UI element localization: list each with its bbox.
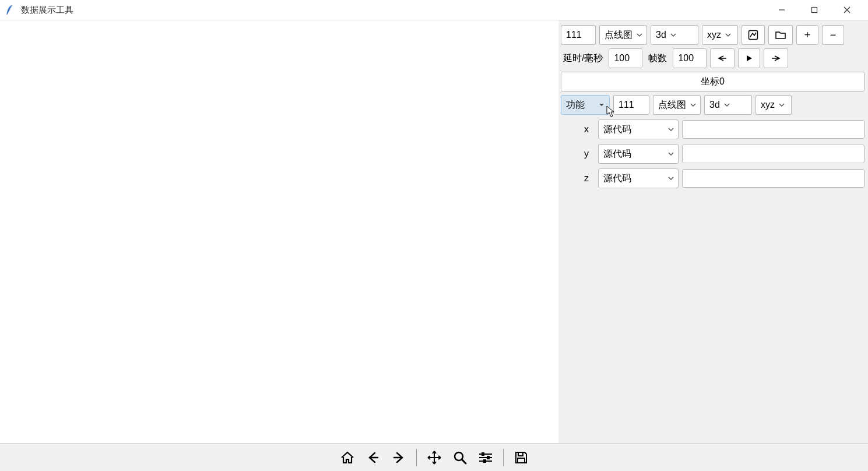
svg-rect-10 xyxy=(487,456,490,459)
triangle-down-icon xyxy=(599,100,605,110)
func-chart-type-select[interactable]: 点线图 xyxy=(653,95,701,115)
chevron-down-icon xyxy=(778,101,785,108)
window-title: 数据展示工具 xyxy=(21,5,73,16)
chevron-down-icon xyxy=(667,175,674,182)
animation-row: 延时/毫秒 帧数 xyxy=(561,48,865,68)
y-axis-row: y 源代码 xyxy=(561,144,865,164)
svg-rect-8 xyxy=(482,452,484,456)
svg-rect-12 xyxy=(483,459,486,463)
chevron-down-icon xyxy=(723,101,730,108)
close-button[interactable] xyxy=(831,0,863,20)
delay-label: 延时/毫秒 xyxy=(561,52,605,65)
svg-line-6 xyxy=(462,459,466,463)
maximize-button[interactable] xyxy=(798,0,831,20)
svg-rect-4 xyxy=(749,31,758,40)
y-axis-label: y xyxy=(561,149,595,159)
svg-rect-14 xyxy=(518,458,525,463)
function-row: 功能 点线图 3d xyz xyxy=(561,95,865,115)
coordinate-label: 坐标0 xyxy=(701,76,725,88)
z-value-input[interactable] xyxy=(682,169,865,188)
dimension-select[interactable]: 3d xyxy=(651,25,698,45)
svg-rect-1 xyxy=(812,8,817,13)
open-folder-button[interactable] xyxy=(768,25,793,45)
frames-label: 帧数 xyxy=(646,52,669,65)
y-source-value: 源代码 xyxy=(603,148,664,160)
prev-frame-button[interactable] xyxy=(710,48,735,68)
function-label: 功能 xyxy=(566,99,585,111)
func-chart-type-value: 点线图 xyxy=(658,99,686,111)
save-icon[interactable] xyxy=(511,447,532,468)
dimension-value: 3d xyxy=(656,30,666,40)
remove-button[interactable]: − xyxy=(822,25,844,45)
y-source-select[interactable]: 源代码 xyxy=(598,144,679,164)
y-value-input[interactable] xyxy=(682,145,865,163)
add-button[interactable]: + xyxy=(796,25,818,45)
plot-canvas[interactable] xyxy=(0,20,558,443)
axes-mode-value: xyz xyxy=(707,30,721,40)
forward-icon[interactable] xyxy=(388,447,409,468)
z-source-select[interactable]: 源代码 xyxy=(598,168,679,188)
axes-mode-select[interactable]: xyz xyxy=(702,25,738,45)
x-axis-label: x xyxy=(561,124,595,135)
x-value-input[interactable] xyxy=(682,120,865,139)
zoom-icon[interactable] xyxy=(449,447,470,468)
func-series-id-input[interactable] xyxy=(613,95,649,115)
function-dropdown[interactable]: 功能 xyxy=(561,95,610,115)
chart-type-value: 点线图 xyxy=(605,29,632,41)
plot-button[interactable] xyxy=(742,25,765,45)
series-id-input[interactable] xyxy=(561,25,596,45)
func-dimension-select[interactable]: 3d xyxy=(704,95,752,115)
next-frame-button[interactable] xyxy=(764,48,788,68)
plus-label: + xyxy=(804,29,811,41)
x-source-value: 源代码 xyxy=(603,124,664,136)
svg-rect-13 xyxy=(518,452,523,456)
toolbar-separator xyxy=(503,449,504,466)
title-bar: 数据展示工具 xyxy=(0,0,868,20)
top-controls-row: 点线图 3d xyz xyxy=(561,25,865,45)
coordinate-button[interactable]: 坐标0 xyxy=(561,72,865,92)
main-area: 点线图 3d xyz xyxy=(0,20,868,443)
chevron-down-icon xyxy=(670,31,677,38)
toolbar-separator xyxy=(416,449,417,466)
pan-icon[interactable] xyxy=(424,447,445,468)
app-feather-icon xyxy=(5,3,15,16)
z-axis-row: z 源代码 xyxy=(561,168,865,188)
side-panel: 点线图 3d xyz xyxy=(558,20,868,443)
z-source-value: 源代码 xyxy=(603,173,664,185)
z-axis-label: z xyxy=(561,173,595,184)
minus-label: − xyxy=(830,29,837,41)
chart-type-select[interactable]: 点线图 xyxy=(599,25,647,45)
home-icon[interactable] xyxy=(337,447,358,468)
x-source-select[interactable]: 源代码 xyxy=(598,119,679,139)
delay-input[interactable] xyxy=(609,48,642,68)
configure-icon[interactable] xyxy=(475,447,496,468)
chevron-down-icon xyxy=(725,31,732,38)
chevron-down-icon xyxy=(636,31,643,38)
back-icon[interactable] xyxy=(363,447,384,468)
chevron-down-icon xyxy=(667,150,674,157)
func-axes-mode-value: xyz xyxy=(761,100,775,110)
frames-input[interactable] xyxy=(673,48,707,68)
chevron-down-icon xyxy=(667,126,674,133)
minimize-button[interactable] xyxy=(765,0,798,20)
chevron-down-icon xyxy=(690,101,697,108)
play-button[interactable] xyxy=(738,48,760,68)
func-dimension-value: 3d xyxy=(709,100,720,110)
x-axis-row: x 源代码 xyxy=(561,119,865,139)
func-axes-mode-select[interactable]: xyz xyxy=(755,95,792,115)
nav-toolbar xyxy=(0,443,868,471)
